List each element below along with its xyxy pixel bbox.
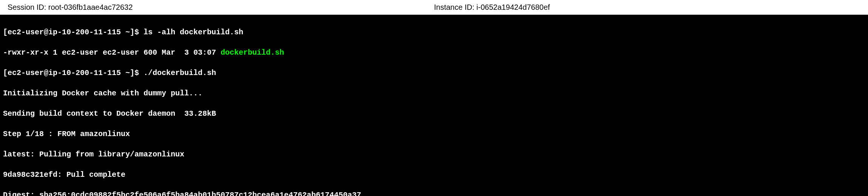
session-header: Session ID: root-036fb1aae4ac72632 Insta… <box>0 0 868 15</box>
terminal-line: 9da98c321efd: Pull complete <box>3 170 865 180</box>
terminal-line: Sending build context to Docker daemon 3… <box>3 109 865 119</box>
terminal-line: [ec2-user@ip-10-200-11-115 ~]$ ls -alh d… <box>3 27 865 37</box>
terminal-line: [ec2-user@ip-10-200-11-115 ~]$ ./dockerb… <box>3 68 865 78</box>
instance-label: Instance ID: <box>434 3 476 11</box>
terminal-line: Initializing Docker cache with dummy pul… <box>3 88 865 98</box>
ls-output: -rwxr-xr-x 1 ec2-user ec2-user 600 Mar 3… <box>3 48 221 57</box>
terminal-line: latest: Pulling from library/amazonlinux <box>3 149 865 159</box>
shell-command: ls -alh dockerbuild.sh <box>144 28 243 37</box>
instance-id-label: Instance ID: i-0652a19424d7680ef <box>434 3 860 12</box>
shell-prompt: [ec2-user@ip-10-200-11-115 ~]$ <box>3 28 144 37</box>
shell-command: ./dockerbuild.sh <box>144 69 216 77</box>
terminal-output[interactable]: [ec2-user@ip-10-200-11-115 ~]$ ls -alh d… <box>0 15 868 196</box>
session-id-value: root-036fb1aae4ac72632 <box>48 3 133 11</box>
instance-id-value: i-0652a19424d7680ef <box>476 3 550 11</box>
terminal-line: -rwxr-xr-x 1 ec2-user ec2-user 600 Mar 3… <box>3 47 865 58</box>
executable-filename: dockerbuild.sh <box>221 48 284 57</box>
terminal-line: Step 1/18 : FROM amazonlinux <box>3 129 865 139</box>
terminal-line: Digest: sha256:0cdc09882f5bc2fe506a6f5ba… <box>3 190 865 196</box>
session-id-label: Session ID: root-036fb1aae4ac72632 <box>8 3 434 12</box>
session-label: Session ID: <box>8 3 48 11</box>
shell-prompt: [ec2-user@ip-10-200-11-115 ~]$ <box>3 69 144 77</box>
